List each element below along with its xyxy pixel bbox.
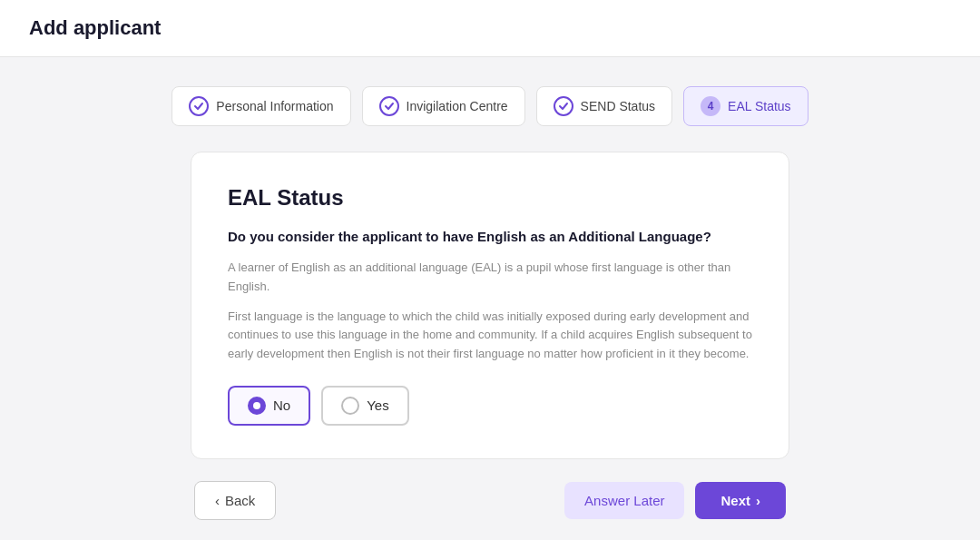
answer-later-button[interactable]: Answer Later: [564, 482, 684, 519]
right-buttons: Answer Later Next ›: [564, 482, 786, 519]
page-title: Add applicant: [29, 16, 951, 40]
chevron-left-icon: ‹: [215, 493, 220, 508]
main-content: Personal Information Invigilation Centre…: [0, 57, 980, 540]
card-title: EAL Status: [228, 185, 752, 211]
step-eal-status[interactable]: 4 EAL Status: [683, 86, 808, 126]
radio-option-yes[interactable]: Yes: [321, 386, 408, 426]
answer-later-label: Answer Later: [584, 493, 664, 508]
radio-option-no[interactable]: No: [228, 386, 310, 426]
back-button[interactable]: ‹ Back: [194, 481, 276, 520]
step-check-2: [379, 96, 399, 116]
radio-label-no: No: [273, 398, 290, 413]
radio-circle-no: [248, 397, 266, 415]
radio-label-yes: Yes: [367, 398, 388, 413]
form-card: EAL Status Do you consider the applicant…: [191, 152, 789, 459]
next-button[interactable]: Next ›: [695, 482, 786, 519]
page-header: Add applicant: [0, 0, 980, 57]
step-label-2: Invigilation Centre: [407, 99, 508, 113]
step-personal-information[interactable]: Personal Information: [172, 86, 350, 126]
radio-group: No Yes: [228, 386, 752, 426]
step-check-3: [554, 96, 573, 116]
footer: ‹ Back Answer Later Next ›: [191, 481, 789, 520]
step-send-status[interactable]: SEND Status: [536, 86, 672, 126]
description-2: First language is the language to which …: [228, 308, 752, 364]
step-label-4: EAL Status: [728, 99, 791, 113]
step-number-4: 4: [701, 96, 720, 116]
step-check-1: [189, 96, 209, 116]
stepper: Personal Information Invigilation Centre…: [36, 86, 944, 126]
next-label: Next: [720, 493, 750, 508]
radio-circle-yes: [341, 397, 359, 415]
question-text: Do you consider the applicant to have En…: [228, 229, 752, 244]
chevron-right-icon: ›: [756, 493, 760, 508]
step-invigilation-centre[interactable]: Invigilation Centre: [362, 86, 525, 126]
radio-inner-no: [253, 402, 260, 409]
step-label-1: Personal Information: [216, 99, 333, 113]
step-label-3: SEND Status: [581, 99, 655, 113]
back-label: Back: [225, 493, 255, 508]
description-1: A learner of English as an additional la…: [228, 259, 752, 297]
